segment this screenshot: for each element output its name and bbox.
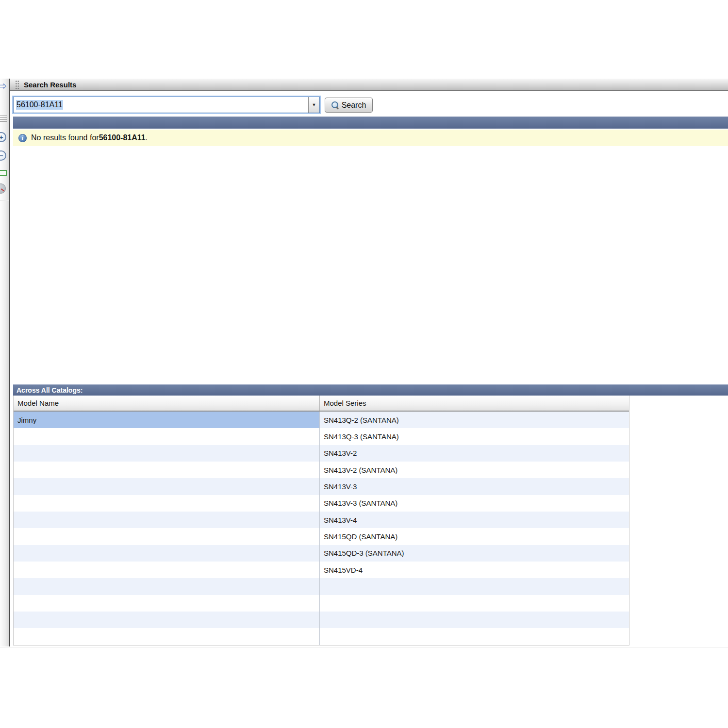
model-series-cell[interactable] — [320, 612, 629, 628]
column-header-model-name[interactable]: Model Name — [14, 396, 320, 411]
table-row[interactable]: SN413V-4 — [14, 512, 629, 528]
model-name-cell[interactable] — [14, 612, 320, 628]
catalogs-table: Model Name Model Series JimnySN413Q-2 (S… — [13, 396, 629, 645]
viewer-toolbar-strip: ⇨ + − — [0, 79, 10, 646]
model-series-cell[interactable]: SN415QD (SANTANA) — [320, 528, 629, 545]
search-dropdown-button[interactable]: ▼ — [308, 97, 319, 113]
model-name-cell[interactable] — [14, 478, 320, 495]
table-row[interactable]: SN413V-3 (SANTANA) — [14, 495, 629, 512]
model-series-cell[interactable]: SN415QD-3 (SANTANA) — [320, 545, 629, 562]
table-row[interactable]: SN415VD-4 — [14, 562, 629, 578]
model-series-cell[interactable]: SN413V-3 — [320, 478, 629, 495]
catalogs-section-title: Across All Catalogs: — [17, 386, 83, 394]
results-header-bar — [13, 116, 728, 129]
chevron-down-icon: ▼ — [312, 102, 316, 107]
search-icon — [331, 101, 339, 109]
table-row[interactable] — [14, 595, 629, 612]
model-series-cell[interactable]: SN413V-2 (SANTANA) — [320, 462, 629, 478]
model-series-cell[interactable]: SN413Q-3 (SANTANA) — [320, 428, 629, 445]
model-series-cell[interactable]: SN413V-2 — [320, 445, 629, 462]
model-name-cell[interactable] — [14, 545, 320, 562]
table-row[interactable]: SN415QD-3 (SANTANA) — [14, 545, 629, 562]
model-name-cell[interactable] — [14, 445, 320, 462]
model-series-cell[interactable] — [320, 578, 629, 595]
notice-search-term: 56100-81A11 — [99, 133, 146, 142]
table-row[interactable]: JimnySN413Q-2 (SANTANA) — [14, 412, 629, 428]
column-header-model-series[interactable]: Model Series — [320, 396, 629, 411]
model-series-cell[interactable]: SN415VD-4 — [320, 562, 629, 578]
notice-suffix: . — [146, 133, 148, 142]
model-name-cell[interactable] — [14, 528, 320, 545]
fit-selection-icon[interactable] — [0, 170, 7, 176]
panel-bottom-border — [0, 647, 728, 647]
drag-grip-icon[interactable] — [15, 80, 19, 89]
model-name-cell[interactable] — [14, 428, 320, 445]
panel-title: Search Results — [24, 81, 76, 89]
table-row[interactable]: SN413V-2 (SANTANA) — [14, 462, 629, 478]
model-name-cell[interactable] — [14, 462, 320, 478]
toolbar-separator — [0, 200, 9, 200]
no-results-notice: i No results found for 56100-81A11 . — [13, 130, 728, 146]
model-series-cell[interactable]: SN413Q-2 (SANTANA) — [320, 412, 629, 428]
zoom-in-icon[interactable]: + — [0, 132, 6, 142]
catalogs-table-body: JimnySN413Q-2 (SANTANA)SN413Q-3 (SANTANA… — [14, 412, 629, 645]
table-row[interactable] — [14, 612, 629, 628]
search-input-text[interactable]: 56100-81A11 — [14, 97, 308, 113]
dock-arrow-icon[interactable]: ⇨ — [0, 80, 9, 92]
model-series-cell[interactable] — [320, 628, 629, 645]
search-input[interactable]: 56100-81A11 ▼ — [13, 97, 320, 113]
search-button[interactable]: Search — [325, 98, 373, 113]
table-row[interactable]: SN413Q-3 (SANTANA) — [14, 428, 629, 445]
model-series-cell[interactable]: SN413V-4 — [320, 512, 629, 528]
table-row[interactable]: SN413V-2 — [14, 445, 629, 462]
model-series-cell[interactable]: SN413V-3 (SANTANA) — [320, 495, 629, 512]
search-button-label: Search — [342, 101, 366, 110]
info-icon: i — [18, 134, 27, 142]
app-canvas: ⇨ + − Search Results 56100-81A11 ▼ Searc… — [0, 0, 728, 728]
model-name-cell[interactable] — [14, 512, 320, 528]
table-row[interactable]: SN415QD (SANTANA) — [14, 528, 629, 545]
panel-titlebar: Search Results — [10, 79, 728, 91]
model-name-cell[interactable] — [14, 562, 320, 578]
model-name-cell[interactable] — [14, 578, 320, 595]
zoom-out-icon[interactable]: − — [0, 150, 6, 161]
model-name-cell[interactable] — [14, 595, 320, 612]
catalogs-section-header: Across All Catalogs: — [13, 384, 728, 396]
model-name-cell[interactable]: Jimny — [14, 412, 320, 428]
table-row[interactable] — [14, 628, 629, 645]
model-series-cell[interactable] — [320, 595, 629, 612]
search-input-selected-text: 56100-81A11 — [16, 100, 63, 110]
model-name-cell[interactable] — [14, 628, 320, 645]
table-row[interactable]: SN413V-3 — [14, 478, 629, 495]
catalogs-table-header: Model Name Model Series — [14, 396, 629, 412]
notice-prefix: No results found for — [31, 133, 99, 142]
table-row[interactable] — [14, 578, 629, 595]
history-icon[interactable] — [0, 183, 6, 194]
toolbar-grip-icon[interactable] — [0, 116, 7, 123]
model-name-cell[interactable] — [14, 495, 320, 512]
